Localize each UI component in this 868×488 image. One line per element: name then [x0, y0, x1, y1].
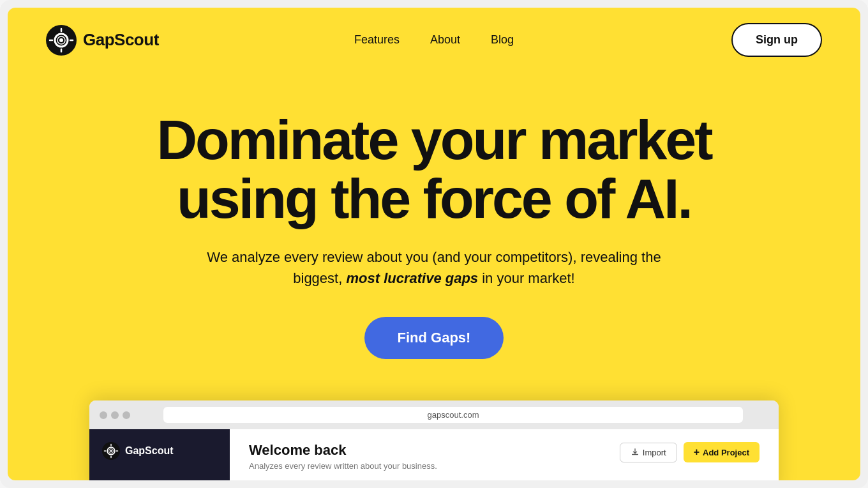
browser-dot-3 [123, 411, 130, 419]
hero-subtitle: We analyze every review about you (and y… [198, 247, 670, 289]
hero-section: Dominate your market using the force of … [8, 72, 860, 385]
hero-title: Dominate your market using the force of … [59, 111, 809, 229]
browser-dot-1 [100, 411, 107, 419]
svg-point-10 [110, 450, 112, 452]
browser-import-label: Import [643, 448, 666, 457]
signup-button[interactable]: Sign up [731, 23, 822, 57]
browser-main-content: Welcome back Analyzes every review writt… [230, 429, 779, 480]
browser-import-button[interactable]: Import [620, 443, 677, 462]
browser-inner-logo-text: GapScout [125, 445, 174, 457]
import-icon [631, 448, 640, 457]
browser-dots [100, 411, 130, 419]
plus-icon: + [694, 446, 700, 458]
browser-add-project-label: Add Project [703, 448, 749, 457]
nav-about[interactable]: About [430, 33, 460, 47]
logo-text: GapScout [83, 30, 159, 50]
hero-title-line2: using the force of AI. [177, 167, 691, 230]
browser-welcome-title: Welcome back [249, 442, 437, 459]
browser-mockup: gapscout.com [89, 400, 779, 480]
browser-topbar: gapscout.com [89, 400, 779, 429]
find-gaps-button[interactable]: Find Gaps! [364, 317, 504, 359]
navbar: GapScout Features About Blog Sign up [8, 8, 860, 72]
browser-urlbar[interactable]: gapscout.com [163, 407, 743, 423]
logo[interactable]: GapScout [46, 25, 159, 56]
nav-blog[interactable]: Blog [491, 33, 514, 47]
nav-features[interactable]: Features [354, 33, 400, 47]
hero-subtitle-bold: most lucrative gaps [346, 270, 478, 286]
hero-subtitle-after: in your market! [482, 270, 575, 286]
nav-links: Features About Blog [354, 33, 514, 47]
browser-welcome-sub: Analyzes every review written about your… [249, 461, 437, 471]
browser-dot-2 [111, 411, 119, 419]
browser-sidebar: GapScout [89, 429, 230, 480]
hero-title-line1: Dominate your market [156, 108, 711, 171]
browser-add-project-button[interactable]: + Add Project [684, 442, 760, 462]
logo-icon [46, 25, 77, 56]
browser-logo-icon [102, 442, 120, 460]
svg-point-2 [59, 38, 63, 42]
